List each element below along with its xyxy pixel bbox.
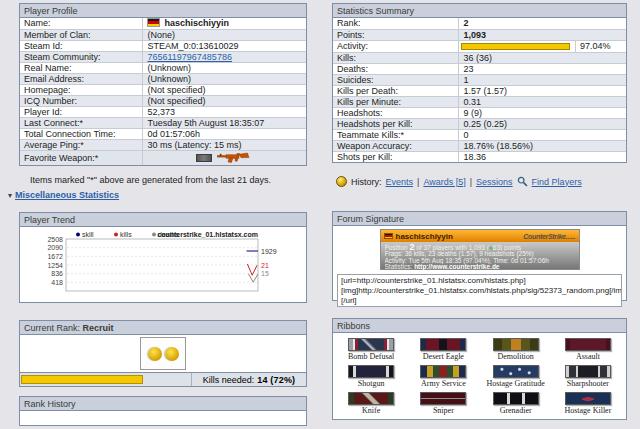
row-value: STEAM_0:0:13610029 <box>143 40 306 51</box>
table-row: Weapon Accuracy:18.76% (18.56%) <box>333 140 626 151</box>
ribbon-item: Knife <box>335 392 407 415</box>
ribbon-item: Sharpshooter <box>552 365 624 388</box>
statistics-summary-table: Rank:2Points:1,093Activity:97.04%Kills:3… <box>333 18 626 162</box>
sig-line-position: Position 2 of 37 players with 1,093 (●63… <box>385 244 575 251</box>
ribbon-image <box>348 365 394 378</box>
table-row: Kills:36 (36) <box>333 52 626 63</box>
player-profile-table: Name:haschischiyyinMember of Clan:(None)… <box>20 18 306 165</box>
statistics-summary-panel: Statistics Summary Rank:2Points:1,093Act… <box>332 3 627 163</box>
weapon-tag-icon <box>196 154 212 162</box>
rank-progress-row: Kills needed: 14 (72%) <box>20 372 306 386</box>
row-label: Kills: <box>333 52 459 63</box>
table-row: Favorite Weapon:* <box>20 150 306 165</box>
bbcode-textarea[interactable]: [url=http://counterstrike_01.hlstatsx.co… <box>337 274 622 307</box>
ribbon-label: Hostage Killer <box>552 406 624 415</box>
table-row: Real Name:(Unknown) <box>20 62 306 73</box>
table-row: Email Address:(Unknown) <box>20 73 306 84</box>
ribbon-item: Shotgun <box>335 365 407 388</box>
row-label: Suicides: <box>333 74 459 85</box>
table-row: Kills per Death:1.57 (1.57) <box>333 85 626 96</box>
current-rank-panel: Current Rank: Recruit Kills needed: 14 (… <box>19 320 307 387</box>
ribbon-label: Bomb Defusal <box>335 352 407 361</box>
row-label: Favorite Weapon:* <box>20 150 143 165</box>
row-value-bold: 2 <box>463 18 468 28</box>
ribbon-label: Army Service <box>407 379 479 388</box>
svg-text:2090: 2090 <box>47 244 63 251</box>
row-label: Headshots per Kill: <box>333 118 459 129</box>
signature-player-name: haschischiyyin <box>396 232 453 241</box>
ribbon-image <box>348 392 394 405</box>
row-value: 18.76% (18.56%) <box>459 140 626 151</box>
forum-signature-panel: Forum Signature haschischiyyin CounterSt… <box>332 211 627 301</box>
row-value-bold: 1,093 <box>463 30 486 40</box>
table-row: Activity:97.04% <box>333 40 626 52</box>
ribbon-label: Sharpshooter <box>552 379 624 388</box>
ribbon-item: Grenadier <box>480 392 552 415</box>
activity-percent-text: 97.04% <box>580 41 611 51</box>
svg-text:836: 836 <box>51 270 63 277</box>
svg-text:21: 21 <box>261 262 269 269</box>
ribbon-image <box>420 392 466 405</box>
table-row: Deaths:23 <box>333 63 626 74</box>
row-label: Last Connect:* <box>20 117 143 128</box>
history-link-awards[interactable]: Awards [5] <box>423 177 465 187</box>
player-trend-panel: Player Trend 4188361254167220902508skill… <box>19 212 307 303</box>
separator: | <box>417 177 419 187</box>
ribbon-item: Desert Eagle <box>407 338 479 361</box>
current-rank-label: Current Rank: <box>24 323 80 333</box>
row-value: 1,093 <box>459 29 626 40</box>
row-value: 2 <box>459 18 626 29</box>
current-rank-name: Recruit <box>83 323 114 333</box>
ribbon-label: Knife <box>335 406 407 415</box>
row-value: 1.57 (1.57) <box>459 85 626 96</box>
row-label: Headshots: <box>333 107 459 118</box>
rank-history-body <box>20 411 306 425</box>
rank-pip-icon <box>165 347 179 361</box>
ribbon-image <box>420 338 466 351</box>
history-link-events[interactable]: Events <box>386 177 414 187</box>
row-label: Player Id: <box>20 106 143 117</box>
signature-image: haschischiyyin CounterStrike...... Posit… <box>380 229 580 270</box>
row-label: Total Connection Time: <box>20 128 143 139</box>
ribbon-label: Desert Eagle <box>407 352 479 361</box>
svg-text:kills: kills <box>120 231 132 238</box>
ribbon-item: Demolition <box>480 338 552 361</box>
row-value: (Unknown) <box>143 62 306 73</box>
table-row: Total Connection Time:0d 01:57:06h <box>20 128 306 139</box>
ribbon-image <box>493 338 539 351</box>
player-profile-title: Player Profile <box>20 4 306 18</box>
ribbon-item: Army Service <box>407 365 479 388</box>
find-players-link[interactable]: Find Players <box>532 177 582 187</box>
activity-bar <box>461 43 569 50</box>
ribbons-title: Ribbons <box>333 319 626 333</box>
svg-text:1929: 1929 <box>261 248 277 255</box>
row-label: Member of Clan: <box>20 29 143 40</box>
rank-insignia-image <box>140 337 186 370</box>
table-row: Shots per Kill:18.36 <box>333 151 626 162</box>
steam-community-link[interactable]: 76561197967485786 <box>147 52 231 62</box>
row-label: Shots per Kill: <box>333 151 459 162</box>
row-value: Tuesday 5th August 18:35:07 <box>143 117 306 128</box>
clock-icon <box>336 176 347 187</box>
table-row: Last Connect:*Tuesday 5th August 18:35:0… <box>20 117 306 128</box>
row-value <box>143 150 306 165</box>
counterstrike-logo: CounterStrike...... <box>523 233 575 240</box>
table-row: Steam Community:76561197967485786 <box>20 51 306 62</box>
sig-stats-url: http://www.counterstrike.de <box>414 264 499 270</box>
kills-needed: Kills needed: 14 (72%) <box>192 373 306 386</box>
collapse-arrow-icon: ▾ <box>8 191 12 200</box>
svg-text:1254: 1254 <box>47 262 63 269</box>
statistics-summary-title: Statistics Summary <box>333 4 626 18</box>
table-row: Teammate Kills:*0 <box>333 129 626 140</box>
history-link-sessions[interactable]: Sessions <box>476 177 513 187</box>
player-profile-panel: Player Profile Name:haschischiyyinMember… <box>19 3 307 166</box>
misc-statistics-row: ▾Miscellaneous Statistics <box>8 190 119 200</box>
row-value: 36 (36) <box>459 52 626 63</box>
table-row: Steam Id:STEAM_0:0:13610029 <box>20 40 306 51</box>
current-rank-title: Current Rank: Recruit <box>20 321 306 335</box>
row-label: Steam Community: <box>20 51 143 62</box>
miscellaneous-statistics-link[interactable]: Miscellaneous Statistics <box>15 190 119 200</box>
ribbon-image <box>420 365 466 378</box>
ribbon-image <box>493 365 539 378</box>
row-label: Deaths: <box>333 63 459 74</box>
